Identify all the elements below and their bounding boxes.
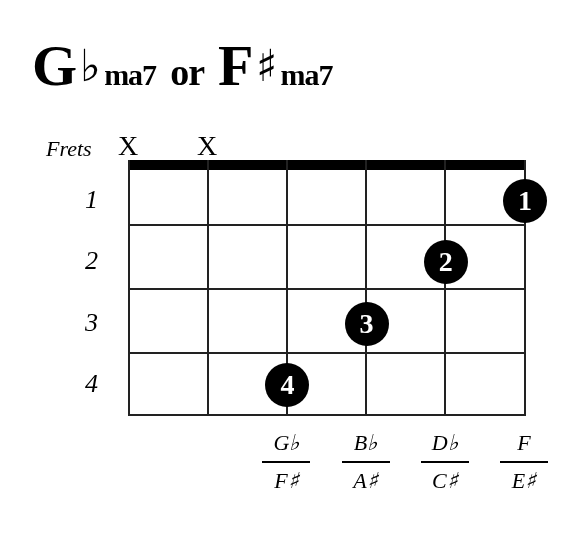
fret-number: 1 [68, 185, 98, 215]
note-column: B♭A♯ [336, 430, 396, 494]
finger-dot: 4 [265, 363, 309, 407]
fret-number: 4 [68, 369, 98, 399]
mute-mark: X [192, 130, 222, 162]
string-line [444, 160, 446, 416]
note-sharp-label: C♯ [415, 466, 475, 494]
note-sharp-label: A♯ [336, 466, 396, 494]
note-flat-label: F [494, 430, 554, 458]
note-column: D♭C♯ [415, 430, 475, 494]
note-flat-label: B♭ [336, 430, 396, 458]
string-line [128, 160, 130, 416]
mute-mark: X [113, 130, 143, 162]
note-flat-label: D♭ [415, 430, 475, 458]
frets-label: Frets [46, 136, 92, 162]
string-line [207, 160, 209, 416]
chord-title: G ♭ ma7 or F ♯ ma7 [32, 32, 332, 99]
nut [128, 160, 526, 170]
title-suffix-2: ma7 [280, 58, 332, 92]
fret-line [128, 352, 526, 354]
note-divider [500, 461, 548, 463]
fret-line [128, 288, 526, 290]
string-line [365, 160, 367, 416]
title-acc-2: ♯ [256, 40, 276, 92]
fret-number: 2 [68, 246, 98, 276]
fret-line [128, 224, 526, 226]
title-note-2: F [218, 32, 252, 99]
title-suffix-1: ma7 [104, 58, 156, 92]
title-or: or [170, 50, 204, 94]
fretboard-diagram: 1234 [128, 160, 526, 416]
finger-dot: 2 [424, 240, 468, 284]
note-flat-label: G♭ [256, 430, 316, 458]
note-divider [262, 461, 310, 463]
note-divider [421, 461, 469, 463]
note-column: FE♯ [494, 430, 554, 494]
note-column: G♭F♯ [256, 430, 316, 494]
fret-number: 3 [68, 308, 98, 338]
note-sharp-label: F♯ [256, 466, 316, 494]
note-sharp-label: E♯ [494, 466, 554, 494]
title-note-1: G [32, 32, 76, 99]
title-acc-1: ♭ [80, 40, 100, 92]
finger-dot: 3 [345, 302, 389, 346]
finger-dot: 1 [503, 179, 547, 223]
note-divider [342, 461, 390, 463]
fret-line [128, 414, 526, 416]
